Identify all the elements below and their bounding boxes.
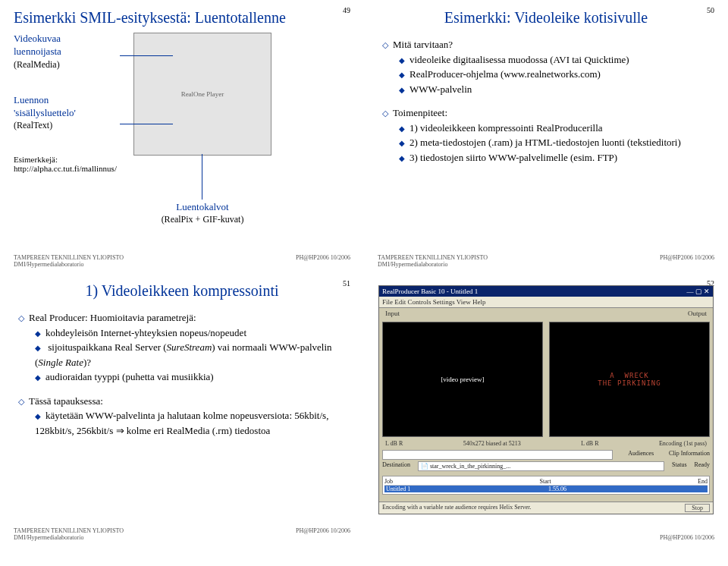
bullet: Real Producer: Huomioitavia parametrejä:	[18, 310, 350, 325]
bullet: käytetään WWW-palvelinta ja halutaan kol…	[18, 408, 350, 438]
callout-line	[120, 55, 173, 56]
bullet: Toimenpiteet:	[382, 105, 714, 121]
bullet: sijoituspaikkana Real Server (SureStream…	[18, 340, 350, 369]
slide-footer: PH@HP2006 10/2006	[378, 534, 714, 542]
app-titlebar: RealProducer Basic 10 - Untitled 1 — ▢ ✕	[379, 286, 713, 297]
slide-title: 1) Videoleikkeen kompressointi	[14, 282, 350, 300]
bullet: Tässä tapauksessa:	[18, 394, 350, 409]
output-preview: A WRECK THE PIRKINING	[549, 322, 710, 437]
window-controls-icon[interactable]: — ▢ ✕	[687, 288, 711, 295]
label-slides: Luentokalvot (RealPix + GIF-kuvat)	[133, 201, 271, 225]
bullet: WWW-palvelin	[382, 82, 714, 97]
label-toc: Luennon 'sisällysluettelo' (RealText)	[14, 94, 120, 133]
input-file-box[interactable]	[382, 450, 613, 460]
slide-49: 49 Esimerkki SMIL-esityksestä: Luentotal…	[0, 0, 364, 273]
status-value: Ready	[695, 461, 710, 471]
bullet: 2) meta-tiedostojen (.ram) ja HTML-tiedo…	[382, 135, 714, 150]
clipinfo-header: Clip Information	[669, 450, 710, 460]
bullet: RealProducer-ohjelma (www.realnetworks.c…	[382, 67, 714, 82]
slide-50: 50 Esimerkki: Videoleike kotisivulle Mit…	[364, 0, 728, 273]
destination-file[interactable]: 📄 star_wreck_in_the_pirkinning_...	[418, 461, 664, 471]
slide-title: Esimerkki: Videoleike kotisivulle	[378, 9, 714, 27]
job-col-name: Job	[384, 478, 393, 485]
encoding-status: Encoding (1st pass)	[659, 440, 707, 447]
realproducer-window: RealProducer Basic 10 - Untitled 1 — ▢ ✕…	[378, 285, 714, 514]
slide-title: Esimerkki SMIL-esityksestä: Luentotallen…	[14, 9, 350, 27]
examples-label: Esimerkkejä:	[14, 155, 120, 164]
bullet: kohdeyleisön Internet-yhteyksien nopeus/…	[18, 325, 350, 341]
example-url: http://alpha.cc.tut.fi/mallinnus/	[14, 164, 120, 173]
audiences-header: Audiences	[628, 450, 654, 460]
output-label: Output	[688, 310, 707, 317]
slide-footer: TAMPEREEN TEKNILLINEN YLIOPISTODMI/Hyper…	[14, 527, 350, 542]
status-header: Status	[672, 461, 687, 471]
job-col-start: Start	[540, 478, 551, 485]
bullet: audioraidan tyyppi (puhetta vai musiikki…	[18, 369, 350, 385]
label-video: Videokuvaa luennoijasta (RealMedia)	[14, 33, 120, 71]
destination-header: Destination	[382, 461, 410, 471]
stop-button[interactable]: Stop	[685, 504, 710, 512]
job-col-end: End	[698, 478, 708, 485]
resolution-label: 540x272 biased at 5213	[463, 440, 521, 447]
job-row[interactable]: Untitled 1 1.55.06	[384, 486, 708, 492]
page-number: 50	[707, 6, 714, 14]
slide-footer: TAMPEREEN TEKNILLINEN YLIOPISTODMI/Hyper…	[378, 254, 714, 269]
app-statusbar: Encoding with a variable rate audience r…	[379, 502, 713, 514]
bullet: Mitä tarvitaan?	[382, 37, 714, 52]
page-number: 49	[343, 6, 350, 14]
input-label: Input	[385, 310, 400, 317]
slide-51: 51 1) Videoleikkeen kompressointi Real P…	[0, 273, 364, 546]
input-preview: [video preview]	[382, 322, 543, 437]
slide-52: 52 RealProducer Basic 10 - Untitled 1 — …	[364, 273, 728, 546]
callout-line	[120, 124, 173, 124]
bullet: 3) tiedostojen siirto WWW-palvelimelle (…	[382, 150, 714, 165]
bullet: videoleike digitaalisessa muodossa (AVI …	[382, 52, 714, 68]
player-thumbnail: RealOne Player	[133, 33, 271, 156]
app-menubar[interactable]: File Edit Controls Settings View Help	[379, 297, 713, 308]
slide-footer: TAMPEREEN TEKNILLINEN YLIOPISTODMI/Hyper…	[14, 254, 350, 269]
page-number: 51	[343, 279, 350, 288]
bullet: 1) videoleikkeen kompressointi RealProdu…	[382, 121, 714, 136]
callout-line	[202, 154, 203, 200]
